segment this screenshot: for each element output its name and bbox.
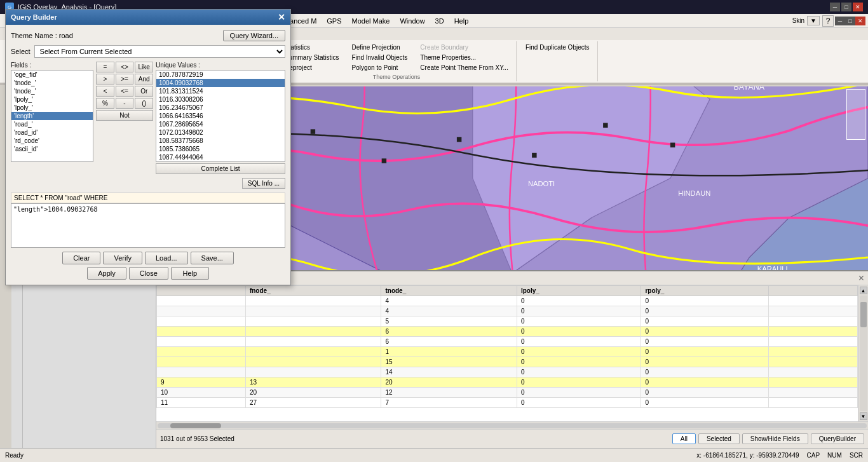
query-wizard-btn[interactable]: Query Wizard...: [223, 30, 285, 41]
vscroll-thumb[interactable]: [860, 302, 867, 327]
attr-table-close-btn[interactable]: ×: [858, 273, 864, 284]
value-5[interactable]: 1066.64163546: [156, 112, 285, 120]
value-4[interactable]: 106.234675067: [156, 104, 285, 112]
complete-list-btn[interactable]: Complete List: [156, 163, 285, 174]
cell-fnode: [245, 296, 381, 306]
op-or[interactable]: Or: [135, 86, 153, 97]
menu-window[interactable]: Window: [395, 16, 430, 26]
find-duplicate-btn[interactable]: Find Duplicate Objects: [522, 43, 593, 52]
value-10[interactable]: 1087.44944064: [156, 153, 285, 161]
find-invalid-btn[interactable]: Find Invalid Objects: [348, 53, 412, 62]
field-road-id[interactable]: 'road_id': [11, 128, 93, 137]
op-gte[interactable]: >=: [116, 74, 134, 85]
hscroll-track[interactable]: [158, 423, 867, 428]
load-btn[interactable]: Load...: [145, 252, 188, 264]
ribbon-restore-btn[interactable]: □: [845, 17, 855, 25]
value-0[interactable]: 100.787872919: [156, 71, 285, 79]
define-projection-btn[interactable]: Define Projection: [348, 43, 412, 52]
help-icon-btn[interactable]: ?: [822, 15, 834, 27]
op-not[interactable]: Not: [96, 110, 153, 121]
theme-col3: Create Boundary Theme Properties... Crea…: [416, 43, 512, 72]
dialog-close-btn[interactable]: ✕: [278, 12, 285, 22]
op-lte[interactable]: <=: [116, 86, 134, 97]
field-lpoly1[interactable]: 'lpoly_': [11, 95, 93, 104]
table-row-selected[interactable]: 9 13 20 0 0: [157, 377, 858, 388]
table-row[interactable]: 6 0 0: [157, 337, 858, 347]
field-road[interactable]: 'road_': [11, 120, 93, 128]
ribbon-min-btn[interactable]: ─: [835, 17, 845, 25]
op-minus[interactable]: -: [116, 98, 134, 109]
op-like[interactable]: Like: [135, 62, 153, 72]
close-btn[interactable]: Close: [129, 267, 168, 280]
all-btn[interactable]: All: [672, 433, 696, 444]
polygon-to-point-btn[interactable]: Polygon to Point: [348, 63, 412, 72]
maximize-btn[interactable]: □: [841, 3, 851, 11]
skin-dropdown[interactable]: ▼: [807, 16, 820, 25]
op-eq[interactable]: =: [96, 62, 114, 72]
svg-rect-5: [603, 123, 607, 127]
dialog-title-bar[interactable]: Query Builder ✕: [6, 10, 290, 25]
clear-btn[interactable]: Clear: [62, 252, 100, 264]
menu-3d[interactable]: 3D: [430, 16, 449, 26]
field-rd-code[interactable]: 'rd_code': [11, 137, 93, 145]
select-dropdown[interactable]: Select From Current Selected Select New …: [34, 45, 285, 58]
table-row[interactable]: 4 0 0: [157, 296, 858, 306]
query-builder-footer-btn[interactable]: QueryBuilder: [811, 433, 864, 444]
polygon-to-point-label: Polygon to Point: [352, 64, 398, 71]
field-ascii-id[interactable]: 'ascii_id': [11, 145, 93, 153]
value-9[interactable]: 1085.7386065: [156, 145, 285, 153]
selected-btn[interactable]: Selected: [698, 433, 740, 444]
table-row-selected[interactable]: 6 0 0: [157, 327, 858, 337]
value-6[interactable]: 1067.28695654: [156, 120, 285, 128]
sql-info-btn[interactable]: SQL Info ...: [242, 178, 285, 189]
field-length[interactable]: 'length': [11, 112, 93, 120]
op-pct[interactable]: %: [96, 98, 114, 109]
value-7[interactable]: 1072.01349802: [156, 128, 285, 137]
query-expression-input[interactable]: "length">1004.09032768: [11, 203, 285, 248]
theme-properties-btn[interactable]: Theme Properties...: [416, 53, 512, 62]
vscroll-track[interactable]: [860, 296, 867, 411]
table-row[interactable]: 5 0 0: [157, 316, 858, 327]
menu-help[interactable]: Help: [449, 16, 474, 26]
help-btn[interactable]: Help: [171, 267, 209, 280]
op-neq[interactable]: <>: [116, 62, 134, 72]
menu-gps[interactable]: GPS: [322, 16, 346, 26]
op-gt[interactable]: >: [96, 74, 114, 85]
attr-table-scroll[interactable]: fnode_ tnode_ lpoly_ rpoly_ 4: [156, 285, 858, 421]
op-parens[interactable]: (): [135, 98, 153, 109]
field-tnode1[interactable]: 'tnode_': [11, 79, 93, 87]
value-3[interactable]: 1016.30308206: [156, 95, 285, 104]
menu-model[interactable]: Model Make: [347, 16, 395, 26]
show-hide-fields-btn[interactable]: Show/Hide Fields: [742, 433, 808, 444]
unique-values-list[interactable]: 100.787872919 1004.09032768 101.83131152…: [156, 70, 285, 162]
table-row[interactable]: 4 0 0: [157, 306, 858, 316]
verify-btn[interactable]: Verify: [103, 252, 142, 264]
create-boundary-btn[interactable]: Create Boundary: [416, 43, 512, 52]
vscroll-up[interactable]: ▲: [860, 287, 867, 294]
value-1[interactable]: 1004.09032768: [156, 79, 285, 87]
vscroll-down[interactable]: ▼: [860, 412, 867, 420]
value-2[interactable]: 101.831311524: [156, 87, 285, 95]
table-vscroll[interactable]: ▲ ▼: [858, 285, 868, 421]
op-and[interactable]: And: [135, 74, 153, 85]
svg-rect-6: [670, 143, 675, 147]
table-row[interactable]: 14 0 0: [157, 367, 858, 377]
ribbon-close-btn[interactable]: ✕: [855, 17, 865, 25]
hscroll-thumb[interactable]: [170, 423, 221, 428]
field-lpoly2[interactable]: 'lpoly_': [11, 104, 93, 112]
fields-list[interactable]: 'oge_fid' 'tnode_' 'tnode_' 'lpoly_' 'lp…: [11, 70, 93, 162]
field-oge-fid[interactable]: 'oge_fid': [11, 71, 93, 79]
table-row-selected[interactable]: 1 0 0: [157, 347, 858, 357]
table-row[interactable]: 11 27 7 0 0: [157, 398, 858, 408]
minimize-btn[interactable]: ─: [830, 3, 840, 11]
value-8[interactable]: 108.583775668: [156, 137, 285, 145]
table-row[interactable]: 10 20 12 0 0: [157, 388, 858, 398]
table-row-selected[interactable]: 15 0 0: [157, 357, 858, 367]
create-point-theme-btn[interactable]: Create Point Theme From XY...: [416, 63, 512, 72]
op-lt[interactable]: <: [96, 86, 114, 97]
apply-btn[interactable]: Apply: [87, 267, 126, 280]
table-hscroll[interactable]: [156, 421, 868, 429]
window-close-btn[interactable]: ✕: [853, 3, 863, 11]
save-btn[interactable]: Save...: [191, 252, 234, 264]
field-tnode2[interactable]: 'tnode_': [11, 87, 93, 95]
